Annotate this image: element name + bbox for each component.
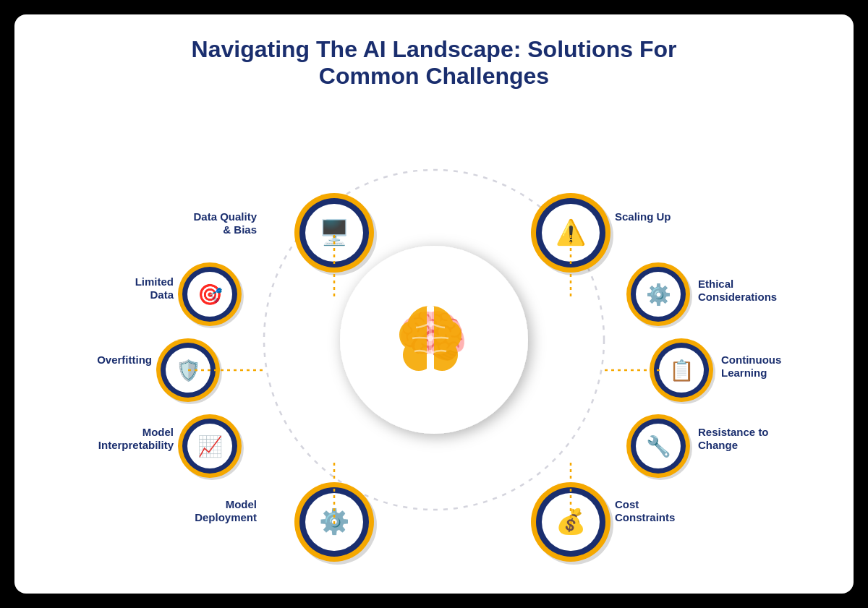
svg-text:📋: 📋	[669, 359, 694, 382]
svg-text:📈: 📈	[197, 434, 223, 458]
svg-text:🎯: 🎯	[197, 283, 223, 307]
node-deployment: ⚙️	[294, 482, 377, 565]
label-ethical: Ethical	[698, 278, 733, 290]
label-deployment: Model	[226, 498, 257, 510]
svg-text:Interpretability: Interpretability	[98, 439, 174, 451]
page-title: Navigating The AI Landscape: Solutions F…	[0, 36, 868, 90]
svg-text:Learning: Learning	[721, 367, 767, 379]
node-ethical: ⚙️	[626, 262, 692, 328]
node-scaling: ⚠️	[531, 193, 613, 275]
node-resistance: 🔧	[626, 414, 692, 480]
label-cost: Cost	[615, 498, 639, 510]
node-overfitting: 🛡️	[156, 338, 222, 404]
svg-text:Deployment: Deployment	[195, 511, 257, 523]
label-continuous: Continuous	[721, 354, 781, 366]
label-limited: Limited	[135, 275, 174, 288]
svg-text:& Bias: & Bias	[223, 223, 257, 236]
diagram-svg: 🧠 🖥️ Data Quality & Bias ⚠️	[72, 101, 796, 593]
node-limited: 🎯	[178, 262, 244, 328]
label-scaling: Scaling Up	[615, 210, 671, 223]
node-data-quality: 🖥️	[294, 193, 377, 275]
svg-text:Considerations: Considerations	[698, 291, 777, 303]
svg-text:Change: Change	[698, 439, 738, 451]
node-interpretability: 📈	[178, 414, 244, 480]
svg-text:🔧: 🔧	[646, 434, 671, 458]
label-overfitting: Overfitting	[97, 354, 152, 366]
label-data-quality: Data Quality	[193, 210, 257, 223]
svg-text:⚙️: ⚙️	[646, 283, 671, 307]
svg-text:Data: Data	[150, 288, 174, 301]
node-cost: 💰	[531, 482, 613, 565]
label-resistance: Resistance to	[698, 426, 769, 438]
svg-text:Constraints: Constraints	[615, 511, 675, 523]
label-interpretability: Model	[142, 426, 174, 438]
node-continuous: 📋	[650, 338, 715, 404]
